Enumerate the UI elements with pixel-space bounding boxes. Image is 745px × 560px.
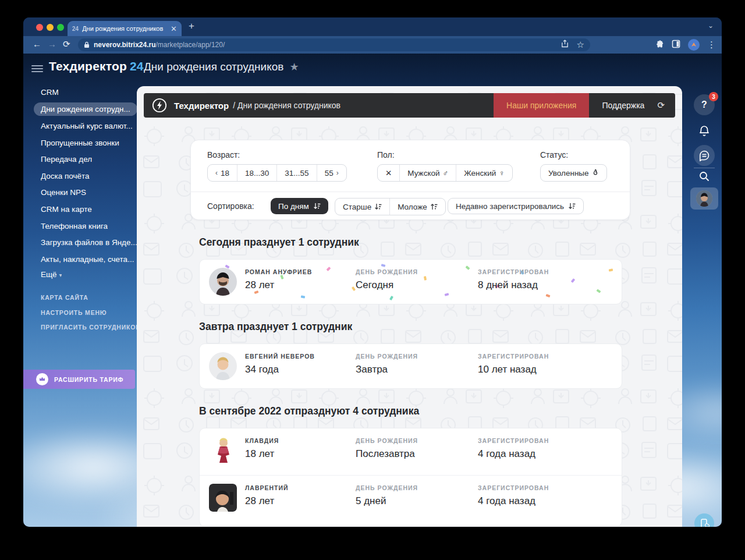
page-title: Дни рождения сотрудников★ [144, 61, 299, 73]
birthday-value: 5 дней [356, 495, 418, 507]
avatar [209, 484, 237, 512]
sidebar-item-crm-map[interactable]: CRM на карте [41, 205, 92, 214]
sidebar-item-phonebook[interactable]: Телефонная книга [41, 222, 108, 231]
section-heading-today: Сегодня празднует 1 сотрудник [199, 236, 359, 249]
browser-window: 24 Дни рождения сотрудников ✕ + ⌄ ← → ⟳ … [23, 17, 722, 527]
gender-male-button[interactable]: Мужской♂ [400, 165, 456, 181]
employee-age: 18 лет [245, 448, 279, 460]
bookmark-star-icon[interactable]: ☆ [577, 40, 584, 50]
sidebar-item-birthdays[interactable]: Дни рождения сотрудн... [34, 102, 137, 116]
employee-card[interactable]: РОМАН АНУФРИЕВ 28 лет ДЕНЬ РОЖДЕНИЯ Сего… [199, 259, 622, 304]
browser-profile-avatar[interactable] [688, 39, 700, 51]
age-31-55-button[interactable]: 31...55 [277, 165, 317, 181]
avatar [209, 268, 237, 296]
status-filter-group: Уволенные [540, 164, 607, 182]
chevron-right-icon: › [336, 169, 339, 177]
employee-age: 34 года [245, 364, 315, 375]
lightning-bolt-icon [152, 98, 167, 113]
gender-female-button[interactable]: Женский♀ [456, 165, 512, 181]
birthday-value: Сегодня [356, 279, 418, 291]
app-brand[interactable]: Техдиректор [174, 101, 229, 111]
flame-icon [592, 169, 599, 177]
browser-tab[interactable]: 24 Дни рождения сотрудников ✕ [68, 21, 182, 36]
question-icon: ? [701, 100, 707, 110]
search-icon[interactable] [694, 166, 715, 187]
birthday-value: Завтра [356, 364, 418, 375]
registered-value: 8 дней назад [478, 279, 549, 291]
support-button[interactable]: Поддержка [589, 101, 657, 110]
employee-name: ЛАВРЕНТИЙ [245, 484, 289, 491]
forward-icon[interactable]: → [48, 39, 56, 49]
sort-up-icon [430, 203, 438, 210]
browser-menu-dots-icon[interactable]: ⋮ [707, 40, 716, 50]
gender-filter-group: ✕ Мужской♂ Женский♀ [377, 164, 513, 182]
address-bar[interactable]: neverov.bitrix24.ru/marketplace/app/120/… [78, 38, 590, 51]
sidebar-item-nps[interactable]: Оценки NPS [41, 188, 86, 197]
url-path: /marketplace/app/120/ [156, 41, 225, 49]
zoom-window-button[interactable] [57, 24, 64, 31]
employee-card-group: КЛАВДИЯ 18 лет ДЕНЬ РОЖДЕНИЯ Послезавтра… [199, 428, 622, 527]
birthday-label: ДЕНЬ РОЖДЕНИЯ [356, 268, 418, 275]
male-icon: ♂ [443, 169, 449, 178]
sidebar-item-more[interactable]: Ещё ▾ [41, 270, 62, 279]
age-filter-group: ‹18 18...30 31...55 55› [207, 164, 347, 182]
reload-icon[interactable]: ⟳ [63, 39, 70, 49]
tab-close-icon[interactable]: ✕ [171, 24, 177, 33]
employee-row[interactable]: КЛАВДИЯ 18 лет ДЕНЬ РОЖДЕНИЯ Послезавтра… [200, 428, 622, 475]
close-window-button[interactable] [36, 24, 43, 31]
employee-age: 28 лет [245, 279, 312, 291]
tab-title: Дни рождения сотрудников [82, 25, 167, 32]
sidebar-item-missed-calls[interactable]: Пропущенные звонки [41, 139, 119, 147]
our-apps-button[interactable]: Наши приложения [494, 93, 589, 118]
back-icon[interactable]: ← [33, 39, 41, 49]
employee-card[interactable]: ЕВГЕНИЙ НЕВЕРОВ 34 года ДЕНЬ РОЖДЕНИЯ За… [199, 343, 622, 389]
registered-label: ЗАРЕГИСТРИРОВАН [478, 268, 549, 275]
extensions-puzzle-icon[interactable] [655, 40, 664, 51]
sidebar-item-currency[interactable]: Актуальный курс валют... [41, 122, 133, 130]
share-icon[interactable] [561, 40, 569, 50]
sort-recently-registered-button[interactable]: Недавно зарегистрировались [448, 198, 584, 214]
tab-search-chevron-icon[interactable]: ⌄ [708, 22, 714, 30]
age-under-18-button[interactable]: ‹18 [208, 165, 237, 181]
hamburger-menu-icon[interactable] [31, 63, 43, 72]
url-host: neverov.bitrix24.ru [94, 41, 156, 49]
app-refresh-icon[interactable]: ⟳ [657, 100, 665, 111]
sort-older-button[interactable]: Старше [335, 199, 390, 215]
sort-desc-icon [568, 203, 576, 210]
sort-age-group: Старше Моложе [335, 198, 446, 215]
gender-clear-button[interactable]: ✕ [378, 165, 400, 181]
sort-by-days-button[interactable]: По дням [271, 198, 328, 214]
sidebar-item-honor-board[interactable]: Доска почёта [41, 172, 90, 180]
panel-divider [191, 192, 630, 192]
side-panel-icon[interactable] [672, 40, 680, 51]
user-profile-button[interactable] [690, 187, 718, 210]
chevron-down-icon: ▾ [59, 272, 62, 278]
user-avatar [696, 190, 712, 207]
sort-younger-button[interactable]: Моложе [390, 199, 445, 215]
avatar [209, 437, 237, 465]
page-background: Техдиректор24 Дни рождения сотрудников★ … [23, 54, 722, 527]
age-18-30-button[interactable]: 18...30 [237, 165, 277, 181]
new-tab-button[interactable]: + [189, 20, 194, 32]
portal-logo[interactable]: Техдиректор24 [49, 59, 144, 73]
upgrade-plan-button[interactable]: РАСШИРИТЬ ТАРИФ [23, 370, 135, 389]
employee-row[interactable]: ЛАВРЕНТИЙ 28 лет ДЕНЬ РОЖДЕНИЯ 5 дней ЗА… [200, 476, 622, 522]
sidebar-item-invite-employees[interactable]: ПРИГЛАСИТЬ СОТРУДНИКОВ [41, 324, 141, 331]
age-over-55-button[interactable]: 55› [317, 165, 346, 181]
sort-desc-icon [374, 203, 382, 210]
sidebar-item-crm[interactable]: CRM [41, 88, 59, 97]
sidebar-item-sitemap[interactable]: КАРТА САЙТА [41, 294, 88, 301]
messenger-icon[interactable] [694, 145, 715, 166]
section-heading-tomorrow: Завтра празднует 1 сотрудник [199, 321, 352, 333]
portal-logo-24: 24 [130, 59, 144, 73]
status-fired-button[interactable]: Уволенные [541, 165, 606, 181]
app-header-bar: Техдиректор / Дни рождения сотрудников Н… [144, 93, 675, 118]
notifications-bell-icon[interactable] [694, 120, 715, 141]
sidebar-item-configure-menu[interactable]: НАСТРОИТЬ МЕНЮ [41, 309, 107, 316]
sidebar-item-acts-invoices[interactable]: Акты, накладные, счета... [41, 255, 134, 264]
minimize-window-button[interactable] [47, 24, 54, 31]
birthday-label: ДЕНЬ РОЖДЕНИЯ [356, 484, 418, 491]
sidebar-item-yandex-upload[interactable]: Загрузка файлов в Янде... [41, 238, 137, 247]
favorite-star-icon[interactable]: ★ [289, 61, 299, 73]
sidebar-item-handover[interactable]: Передача дел [41, 155, 92, 164]
